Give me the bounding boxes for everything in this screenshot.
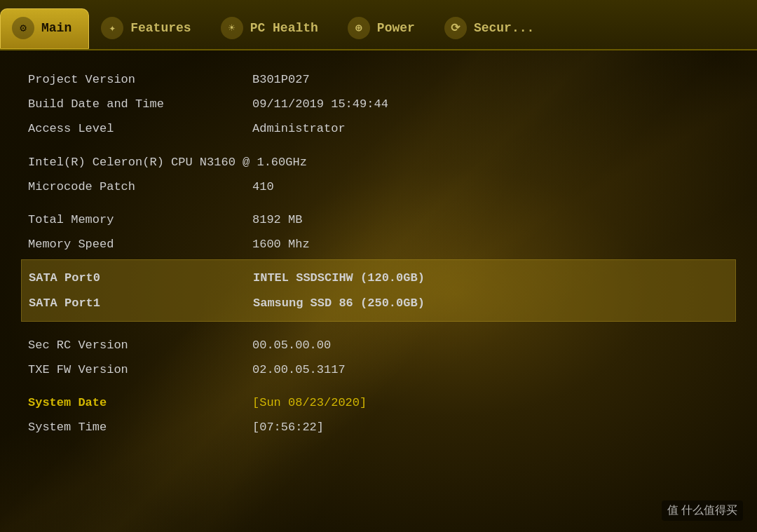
sata-port1-value: Samsung SSD 86 (250.0GB): [239, 294, 728, 313]
total-memory-label: Total Memory: [28, 210, 238, 229]
access-level-row: Access Level Administrator: [28, 116, 729, 141]
sata-port1-row: SATA Port1 Samsung SSD 86 (250.0GB): [29, 291, 728, 315]
system-time-row: System Time [07:56:22]: [28, 415, 729, 439]
memory-speed-row: Memory Speed 1600 Mhz: [28, 232, 729, 257]
power-icon: ⊕: [348, 17, 370, 39]
tab-pchealth[interactable]: ☀ PC Health: [209, 8, 336, 49]
project-version-row: Project Version B301P027: [28, 67, 729, 92]
system-date-row: System Date [Sun 08/23/2020]: [28, 390, 729, 415]
tab-security[interactable]: ⟳ Secur...: [432, 8, 552, 49]
cpu-info-line: Intel(R) Celeron(R) CPU N3160 @ 1.60GHz: [28, 150, 729, 175]
sata-section: SATA Port0 INTEL SSDSCIHW (120.0GB) SATA…: [21, 259, 736, 321]
spacer-4: [28, 382, 729, 390]
spacer-2: [28, 199, 729, 207]
tab-features[interactable]: ✦ Features: [89, 8, 208, 49]
total-memory-row: Total Memory 8192 MB: [28, 207, 729, 232]
build-date-label: Build Date and Time: [28, 95, 238, 114]
tab-power-label: Power: [377, 21, 415, 35]
memory-speed-label: Memory Speed: [28, 235, 238, 254]
system-time-value: [07:56:22]: [238, 418, 729, 437]
main-icon: ⚙: [12, 17, 34, 39]
system-time-label: System Time: [28, 418, 238, 437]
txe-fw-label: TXE FW Version: [28, 360, 238, 379]
sata-port1-label: SATA Port1: [29, 294, 239, 313]
microcode-row: Microcode Patch 410: [28, 175, 729, 199]
security-icon: ⟳: [444, 17, 467, 39]
spacer-1: [28, 142, 729, 150]
total-memory-value: 8192 MB: [238, 210, 729, 229]
tab-security-label: Secur...: [474, 21, 534, 35]
sec-rc-row: Sec RC Version 00.05.00.00: [28, 333, 729, 357]
sata-port0-value: INTEL SSDSCIHW (120.0GB): [239, 268, 728, 287]
microcode-label: Microcode Patch: [28, 177, 238, 196]
tab-bar: ⚙ Main ✦ Features ☀ PC Health ⊕ Power ⟳ …: [0, 0, 757, 50]
tab-pchealth-label: PC Health: [250, 21, 318, 35]
access-level-label: Access Level: [28, 119, 238, 138]
txe-fw-value: 02.00.05.3117: [238, 360, 729, 379]
tab-main-label: Main: [41, 21, 71, 35]
project-version-value: B301P027: [238, 70, 729, 89]
spacer-3: [28, 325, 729, 333]
system-date-label: System Date: [28, 393, 238, 412]
build-date-value: 09/11/2019 15:49:44: [238, 95, 729, 114]
system-date-value: [Sun 08/23/2020]: [238, 393, 729, 412]
watermark: 值 什么值得买: [662, 500, 743, 521]
pchealth-icon: ☀: [221, 17, 243, 39]
microcode-value: 410: [238, 177, 729, 196]
sata-port0-label: SATA Port0: [29, 268, 239, 287]
tab-main[interactable]: ⚙ Main: [0, 8, 89, 49]
sec-rc-value: 00.05.00.00: [238, 336, 729, 355]
access-level-value: Administrator: [238, 119, 729, 138]
build-date-row: Build Date and Time 09/11/2019 15:49:44: [28, 92, 729, 116]
sec-rc-label: Sec RC Version: [28, 336, 238, 355]
tab-features-label: Features: [130, 21, 191, 35]
sata-port0-row: SATA Port0 INTEL SSDSCIHW (120.0GB): [29, 266, 728, 290]
main-content: Project Version B301P027 Build Date and …: [0, 50, 757, 456]
txe-fw-row: TXE FW Version 02.00.05.3117: [28, 357, 729, 382]
tab-power[interactable]: ⊕ Power: [336, 8, 432, 49]
memory-speed-value: 1600 Mhz: [238, 235, 729, 254]
features-icon: ✦: [101, 17, 123, 39]
project-version-label: Project Version: [28, 70, 238, 89]
